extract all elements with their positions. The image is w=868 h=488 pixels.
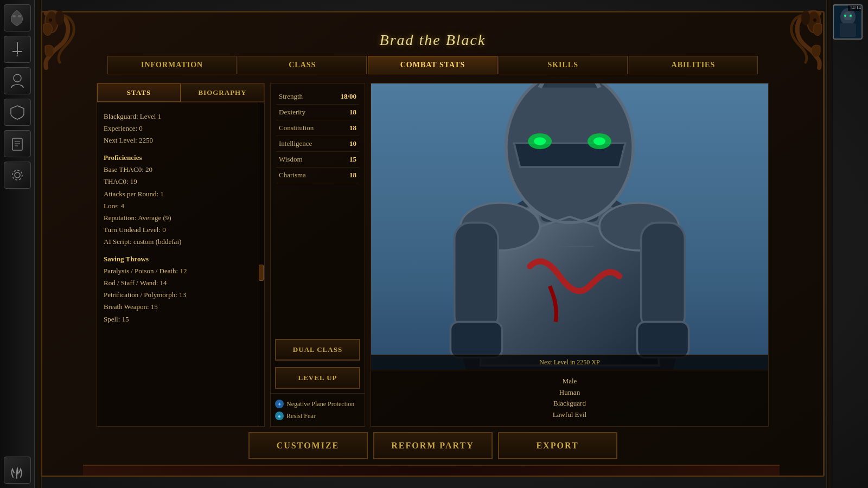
char-alignment: Lawful Evil — [376, 409, 763, 421]
svg-point-36 — [593, 137, 605, 145]
sidebar-icon-scroll[interactable] — [4, 130, 31, 157]
corner-decoration-left — [41, 8, 95, 73]
tab-skills[interactable]: SKILLS — [499, 56, 628, 74]
svg-rect-2 — [17, 42, 18, 54]
attr-val-intelligence: 10 — [349, 139, 356, 148]
stats-proficiencies-section: Proficiencies Base THAC0: 20 THAC0: 19 A… — [104, 152, 258, 248]
svg-rect-37 — [455, 223, 499, 332]
char-race: Human — [376, 387, 763, 399]
svg-point-17 — [850, 15, 852, 17]
content-area: STATS BIOGRAPHY Blackguard: Level 1 Expe… — [97, 83, 769, 427]
sub-tab-bar: STATS BIOGRAPHY — [97, 84, 264, 102]
attr-row-strength: Strength 18/00 — [276, 89, 359, 105]
svg-rect-3 — [12, 51, 22, 52]
xp-badge: Next Level in 2250 XP — [371, 355, 768, 370]
ability-negative-plane: ✦ Negative Plane Protection — [275, 398, 360, 410]
stat-reputation: Reputation: Average (9) — [104, 212, 258, 224]
dual-class-button[interactable]: DUAL CLASS — [275, 339, 360, 361]
stats-saving-throws-header: Saving Throws — [104, 253, 258, 265]
top-right-portrait[interactable]: 14/14 — [833, 4, 863, 40]
corner-decoration-right — [770, 8, 825, 73]
portrait-area: Next Level in 2250 XP — [371, 84, 768, 370]
stat-thac0: THAC0: 19 — [104, 176, 258, 188]
sidebar-icon-dragon[interactable] — [4, 4, 31, 31]
portrait-counter: 14/14 — [848, 4, 863, 11]
stat-spell: Spell: 15 — [104, 313, 258, 325]
svg-point-35 — [534, 137, 546, 145]
svg-point-21 — [49, 18, 52, 22]
sidebar-icon-shield[interactable] — [4, 99, 31, 126]
tab-class[interactable]: CLASS — [238, 56, 367, 74]
sidebar-icon-sword[interactable] — [4, 36, 31, 63]
attr-name-charisma: Charisma — [279, 171, 306, 179]
svg-rect-14 — [840, 23, 856, 37]
bottom-button-bar: CUSTOMIZE REFORM PARTY EXPORT — [97, 432, 769, 459]
stat-base-thac0: Base THAC0: 20 — [104, 164, 258, 176]
main-panel: Brad the Black INFORMATION CLASS COMBAT … — [41, 11, 825, 477]
attribute-list: Strength 18/00 Dexterity 18 Constitution… — [271, 84, 365, 335]
attr-row-dexterity: Dexterity 18 — [276, 105, 359, 120]
sidebar-icon-portrait[interactable] — [4, 67, 31, 94]
attr-val-dexterity: 18 — [349, 108, 356, 117]
svg-point-1 — [18, 15, 21, 17]
svg-point-23 — [801, 10, 810, 25]
attr-val-strength: 18/00 — [340, 92, 356, 101]
stats-class-section: Blackguard: Level 1 Experience: 0 Next L… — [104, 111, 258, 146]
export-button[interactable]: EXPORT — [498, 432, 617, 459]
svg-point-16 — [844, 15, 846, 17]
attr-name-wisdom: Wisdom — [279, 155, 303, 164]
stat-next-level: Next Level: 2250 — [104, 134, 258, 146]
stat-experience: Experience: 0 — [104, 123, 258, 134]
sub-tab-stats[interactable]: STATS — [97, 84, 181, 102]
attr-row-constitution: Constitution 18 — [276, 120, 359, 136]
stat-petrification: Petrification / Polymorph: 13 — [104, 289, 258, 301]
scrollbar[interactable] — [258, 102, 264, 426]
sub-tab-biography[interactable]: BIOGRAPHY — [181, 84, 264, 102]
attr-name-constitution: Constitution — [279, 124, 314, 132]
left-panel: STATS BIOGRAPHY Blackguard: Level 1 Expe… — [97, 83, 265, 427]
scroll-thumb[interactable] — [259, 265, 264, 281]
ability-name-resist-fear: Resist Fear — [286, 412, 316, 420]
stats-content: Blackguard: Level 1 Experience: 0 Next L… — [97, 102, 264, 426]
right-panel: Next Level in 2250 XP Male Human Blackgu… — [371, 83, 769, 427]
svg-rect-38 — [641, 223, 685, 332]
circle-icon: ● — [275, 412, 284, 420]
svg-point-20 — [55, 10, 64, 25]
stats-saving-throws-section: Saving Throws Paralysis / Poison / Death… — [104, 253, 258, 325]
attr-name-intelligence: Intelligence — [279, 139, 312, 148]
svg-point-0 — [12, 15, 16, 17]
reform-party-button[interactable]: REFORM PARTY — [373, 432, 493, 459]
sidebar-icon-claws[interactable] — [4, 457, 31, 484]
attr-row-wisdom: Wisdom 15 — [276, 152, 359, 168]
star-icon: ✦ — [275, 400, 284, 408]
stat-class-level: Blackguard: Level 1 — [104, 111, 258, 123]
stat-attacks: Attacks per Round: 1 — [104, 188, 258, 200]
attr-val-wisdom: 15 — [349, 155, 356, 164]
level-up-button[interactable]: LEVEL UP — [275, 367, 360, 389]
attr-val-charisma: 18 — [349, 171, 356, 179]
svg-point-5 — [14, 74, 21, 82]
ability-resist-fear: ● Resist Fear — [275, 410, 360, 422]
bottom-strip — [83, 465, 780, 476]
stat-rod: Rod / Staff / Wand: 14 — [104, 277, 258, 289]
attr-name-strength: Strength — [279, 92, 303, 101]
attr-row-intelligence: Intelligence 10 — [276, 136, 359, 152]
svg-point-24 — [813, 18, 816, 22]
stats-proficiencies-header: Proficiencies — [104, 152, 258, 164]
tab-combat-stats[interactable]: COMBAT STATS — [368, 56, 497, 74]
svg-point-10 — [15, 172, 20, 178]
abilities-list: ✦ Negative Plane Protection ● Resist Fea… — [271, 393, 365, 426]
svg-rect-39 — [450, 322, 502, 358]
mid-panel: Strength 18/00 Dexterity 18 Constitution… — [270, 83, 365, 427]
tab-bar: INFORMATION CLASS COMBAT STATS SKILLS AB… — [107, 56, 758, 74]
char-class: Blackguard — [376, 398, 763, 409]
svg-rect-6 — [12, 138, 22, 150]
side-bar-right — [826, 0, 833, 488]
tab-information[interactable]: INFORMATION — [107, 56, 237, 74]
tab-abilities[interactable]: ABILITIES — [629, 56, 758, 74]
sidebar-icon-gear[interactable] — [4, 162, 31, 189]
ability-name-negative-plane: Negative Plane Protection — [286, 400, 354, 408]
attr-name-dexterity: Dexterity — [279, 108, 305, 117]
attr-row-charisma: Charisma 18 — [276, 168, 359, 183]
customize-button[interactable]: CUSTOMIZE — [248, 432, 368, 459]
